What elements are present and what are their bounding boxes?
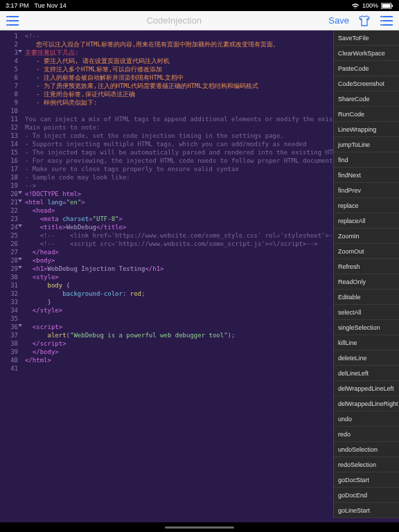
svg-rect-2 <box>392 5 393 7</box>
line-number: 32 <box>0 290 18 298</box>
dropdown-item-deleteline[interactable]: deleteLine <box>334 351 399 366</box>
dropdown-item-zoomout[interactable]: ZoomOut <box>334 244 399 259</box>
dropdown-item-sharecode[interactable]: ShareCode <box>334 91 399 107</box>
status-bar: 3:17 PM Tue Nov 14 100% <box>0 0 399 11</box>
line-number: 11 <box>0 115 18 123</box>
dropdown-item-jumptoline[interactable]: jumpToLine <box>334 137 399 152</box>
dropdown-item-runcode[interactable]: RunCode <box>334 107 399 122</box>
line-number: 2 <box>0 40 18 48</box>
dropdown-item-readonly[interactable]: ReadOnly <box>334 274 399 290</box>
menu-list-icon[interactable] <box>6 14 19 28</box>
line-number: 30 <box>0 273 18 281</box>
wifi-icon <box>351 3 360 9</box>
dropdown-item-dellineleft[interactable]: delLineLeft <box>334 366 399 381</box>
line-number: 19 <box>0 181 18 190</box>
line-number: 41 <box>0 364 18 373</box>
toolbar: CodeInjection Save <box>0 11 399 30</box>
hamburger-menu-icon[interactable] <box>380 14 393 28</box>
fold-marker-icon[interactable] <box>18 324 22 327</box>
shirt-icon[interactable] <box>357 14 371 28</box>
editor-area: 1234567891011121314151617181920212223242… <box>0 30 399 522</box>
dropdown-item-pastecode[interactable]: PasteCode <box>334 61 399 76</box>
line-gutter: 1234567891011121314151617181920212223242… <box>0 30 21 522</box>
dropdown-item-clearworkspace[interactable]: ClearWorkSpace <box>334 46 399 61</box>
dropdown-item-godocstart[interactable]: goDocStart <box>334 472 399 488</box>
dropdown-item-findnext[interactable]: findNext <box>334 168 399 183</box>
line-number: 37 <box>0 331 18 339</box>
line-number: 36 <box>0 323 18 331</box>
line-number: 14 <box>0 140 18 148</box>
home-indicator <box>165 526 234 529</box>
dropdown-item-zoomin[interactable]: ZoomIn <box>334 229 399 244</box>
dropdown-item-singleselection[interactable]: singleSelection <box>334 320 399 335</box>
fold-marker-icon[interactable] <box>18 266 22 269</box>
line-number: 3 <box>0 48 18 57</box>
line-number: 12 <box>0 123 18 132</box>
line-number: 39 <box>0 348 18 356</box>
fold-marker-icon[interactable] <box>18 50 22 53</box>
line-number: 40 <box>0 356 18 364</box>
dropdown-item-replaceall[interactable]: replaceAll <box>334 213 399 229</box>
dropdown-item-redoselection[interactable]: redoSelection <box>334 457 399 472</box>
line-number: 4 <box>0 57 18 65</box>
line-number: 35 <box>0 314 18 323</box>
dropdown-item-linewrapping[interactable]: LineWrapping <box>334 122 399 137</box>
dropdown-item-delwrappedlineright[interactable]: delWrappedLineRight <box>334 396 399 411</box>
dropdown-item-godocend[interactable]: goDocEnd <box>334 488 399 503</box>
status-battery: 100% <box>362 2 378 9</box>
line-number: 9 <box>0 98 18 107</box>
dropdown-item-redo[interactable]: redo <box>334 427 399 442</box>
line-number: 25 <box>0 231 18 240</box>
dropdown-item-delwrappedlineleft[interactable]: delWrappedLineLeft <box>334 381 399 396</box>
line-number: 16 <box>0 157 18 165</box>
line-number: 18 <box>0 173 18 181</box>
dropdown-item-selectall[interactable]: selectAll <box>334 305 399 320</box>
dropdown-item-codescreenshot[interactable]: CodeScreenshot <box>334 76 399 91</box>
line-number: 6 <box>0 73 18 82</box>
bottom-bar <box>0 522 399 532</box>
dropdown-item-editable[interactable]: Editable <box>334 290 399 305</box>
line-number: 10 <box>0 107 18 115</box>
actions-dropdown: SaveToFileClearWorkSpacePasteCodeCodeScr… <box>333 30 399 518</box>
line-number: 29 <box>0 265 18 273</box>
line-number: 7 <box>0 82 18 90</box>
fold-marker-icon[interactable] <box>18 200 22 202</box>
line-number: 5 <box>0 65 18 73</box>
battery-icon <box>381 3 393 9</box>
dropdown-item-findprev[interactable]: findPrev <box>334 183 399 198</box>
line-number: 21 <box>0 198 18 206</box>
dropdown-item-replace[interactable]: replace <box>334 198 399 213</box>
dropdown-item-killline[interactable]: killLine <box>334 335 399 351</box>
fold-marker-icon[interactable] <box>18 224 22 227</box>
dropdown-item-find[interactable]: find <box>334 152 399 168</box>
line-number: 8 <box>0 90 18 98</box>
toolbar-title: CodeInjection <box>146 15 202 26</box>
line-number: 33 <box>0 298 18 306</box>
line-number: 23 <box>0 215 18 223</box>
status-time: 3:17 PM <box>6 2 29 9</box>
line-number: 31 <box>0 281 18 290</box>
dropdown-item-savetofile[interactable]: SaveToFile <box>334 30 399 46</box>
fold-marker-icon[interactable] <box>18 191 22 194</box>
dropdown-item-undoselection[interactable]: undoSelection <box>334 442 399 457</box>
dropdown-item-refresh[interactable]: Refresh <box>334 259 399 274</box>
line-number: 22 <box>0 206 18 215</box>
line-number: 28 <box>0 256 18 265</box>
line-number: 13 <box>0 132 18 140</box>
line-number: 34 <box>0 306 18 314</box>
dropdown-item-undo[interactable]: undo <box>334 411 399 427</box>
line-number: 24 <box>0 223 18 231</box>
line-number: 26 <box>0 240 18 248</box>
line-number: 38 <box>0 339 18 348</box>
line-number: 1 <box>0 32 18 40</box>
svg-rect-1 <box>382 3 391 8</box>
dropdown-item-golinestart[interactable]: goLineStart <box>334 503 399 518</box>
line-number: 15 <box>0 148 18 157</box>
line-number: 20 <box>0 190 18 198</box>
line-number: 27 <box>0 248 18 256</box>
status-date: Tue Nov 14 <box>35 2 66 9</box>
save-button[interactable]: Save <box>328 15 349 26</box>
fold-marker-icon[interactable] <box>18 258 22 260</box>
line-number: 17 <box>0 165 18 173</box>
